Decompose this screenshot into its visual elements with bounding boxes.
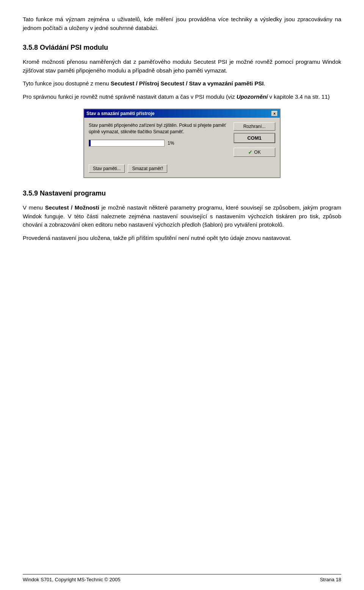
section-359-para1: V menu Secutest / Možnosti je možné nast… <box>23 204 341 229</box>
dialog-titlebar: Stav a smazání paměti přístroje × <box>84 109 280 118</box>
smazat-pamet-button[interactable]: Smazat paměť! <box>128 164 167 173</box>
progress-label: 1% <box>168 140 174 146</box>
com1-label: COM1 <box>234 133 275 143</box>
section-358-para3: Pro správnou funkci je rovněž nutné sprá… <box>23 93 341 101</box>
page-content: Tato funkce má význam zejména u uživatel… <box>0 0 364 270</box>
ok-button[interactable]: ✓ OK <box>234 148 275 157</box>
footer-right: Strana 18 <box>320 577 341 582</box>
dialog-body: Stav paměti připojeného zařízení byl zji… <box>84 118 280 161</box>
intro-paragraph: Tato funkce má význam zejména u uživatel… <box>23 15 341 32</box>
footer-left: Windok S701, Copyright MS-Technic © 2005 <box>23 577 120 582</box>
dialog-close-button[interactable]: × <box>271 111 278 116</box>
dialog-bottom-buttons: Stav paměti... Smazat paměť! <box>84 161 280 177</box>
rozhrani-button[interactable]: Rozhraní... <box>234 122 275 131</box>
dialog-right-panel: Rozhraní... COM1 ✓ OK <box>234 122 275 157</box>
section-358-para2: Tyto funkce jsou dostupné z menu Secutes… <box>23 79 341 88</box>
dialog-wrapper: Stav a smazání paměti přístroje × Stav p… <box>23 109 341 178</box>
section-359-heading: 3.5.9 Nastavení programu <box>23 189 341 197</box>
menu-reference: Secutest / Možnosti <box>45 204 99 211</box>
section-358-para1: Kromě možnosti přenosu naměřených dat z … <box>23 58 341 75</box>
progress-area: 1% <box>89 140 230 147</box>
dialog-left-panel: Stav paměti připojeného zařízení byl zji… <box>89 122 230 157</box>
page-footer: Windok S701, Copyright MS-Technic © 2005… <box>23 574 341 582</box>
stav-pameti-button[interactable]: Stav paměti... <box>89 164 125 173</box>
dialog-box: Stav a smazání paměti přístroje × Stav p… <box>83 109 281 178</box>
dialog-title: Stav a smazání paměti přístroje <box>86 111 154 116</box>
dialog-message: Stav paměti připojeného zařízení byl zji… <box>89 122 230 135</box>
section-358-heading: 3.5.8 Ovládání PSI modulu <box>23 44 341 52</box>
checkmark-icon: ✓ <box>248 149 253 155</box>
section-359-para2: Provedená nastavení jsou uložena, takže … <box>23 234 341 243</box>
progress-bar-inner <box>89 140 91 146</box>
progress-bar-outer <box>89 140 165 147</box>
